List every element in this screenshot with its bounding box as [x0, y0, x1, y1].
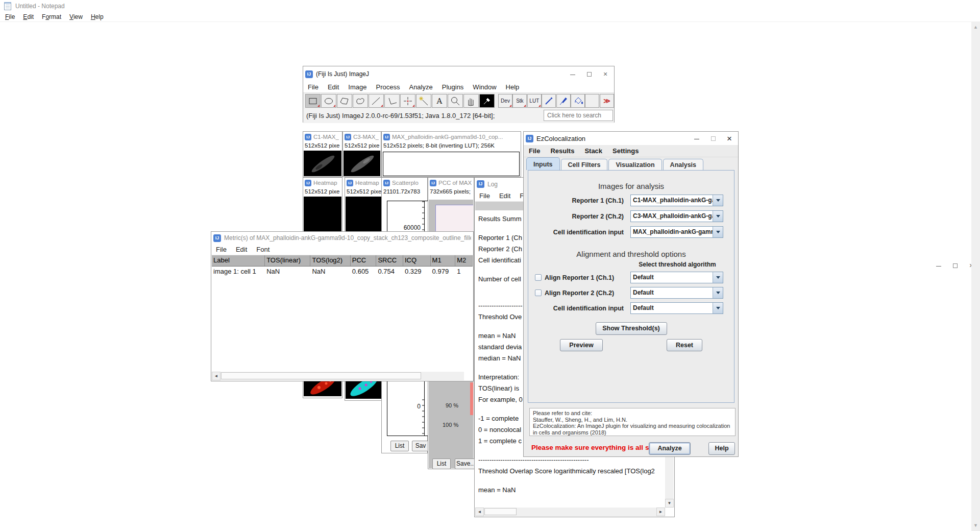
- menu-font[interactable]: Font: [252, 245, 274, 254]
- menu-format[interactable]: Format: [38, 13, 65, 21]
- c3-image-canvas[interactable]: [344, 151, 380, 176]
- menu-stack[interactable]: Stack: [579, 146, 607, 156]
- scroll-down-icon[interactable]: ▼: [971, 521, 980, 530]
- tool-oval-icon[interactable]: [321, 94, 336, 108]
- scroll-left-icon[interactable]: ◄: [475, 508, 484, 516]
- menu-edit[interactable]: Edit: [323, 82, 344, 92]
- cell-identification-select[interactable]: MAX_phalloidin-ankG-gamma: [630, 226, 723, 238]
- tool-rectangle-icon[interactable]: [305, 94, 321, 108]
- help-button[interactable]: Help: [708, 442, 735, 455]
- scatterplot-save-button[interactable]: Sav: [412, 441, 429, 451]
- align-reporter-1-checkbox[interactable]: [535, 274, 542, 281]
- max-titlebar[interactable]: IJ MAX_phalloidin-ankG-gamma9d-10_cop...: [382, 132, 521, 142]
- tool-color-picker-icon[interactable]: [479, 94, 495, 108]
- tool-stk-icon[interactable]: Stk: [512, 94, 527, 108]
- menu-file[interactable]: File: [475, 191, 495, 201]
- chevron-down-icon[interactable]: [713, 211, 723, 222]
- show-thresholds-button[interactable]: Show Threshold(s): [596, 322, 667, 335]
- menu-analyze[interactable]: Analyze: [404, 82, 437, 92]
- menu-window[interactable]: Window: [468, 82, 501, 92]
- scatterplot-list-button[interactable]: List: [390, 441, 409, 451]
- chevron-down-icon[interactable]: [713, 227, 723, 237]
- scrollbar-thumb[interactable]: [221, 372, 421, 379]
- c3-titlebar[interactable]: IJ C3-MAX_: [343, 132, 381, 142]
- tool-text-icon[interactable]: A: [432, 94, 447, 108]
- tool-angle-icon[interactable]: [384, 94, 400, 108]
- tool-more-icon[interactable]: ≫: [600, 94, 614, 108]
- tool-brush-icon[interactable]: [556, 94, 571, 108]
- pcc-save-button[interactable]: Save..: [455, 458, 475, 469]
- chevron-down-icon[interactable]: [713, 195, 723, 206]
- tool-pencil-icon[interactable]: [542, 94, 556, 108]
- cell-identification-threshold-select[interactable]: Default: [630, 302, 723, 314]
- tool-wand-icon[interactable]: [416, 94, 431, 108]
- menu-settings[interactable]: Settings: [607, 146, 644, 156]
- menu-edit[interactable]: Edit: [495, 191, 515, 201]
- metric-horizontal-scrollbar[interactable]: ◄: [212, 372, 464, 380]
- notepad-minimize-icon[interactable]: [935, 262, 942, 269]
- menu-image[interactable]: Image: [344, 82, 371, 92]
- menu-edit[interactable]: Edit: [231, 245, 252, 254]
- table-row[interactable]: image 1: cell 1NaNNaN0.6050.7540.3290.97…: [212, 267, 473, 278]
- analyze-button[interactable]: Analyze: [649, 442, 691, 455]
- fiji-minimize-icon[interactable]: [569, 70, 576, 78]
- pcc-titlebar[interactable]: IJ PCC of MAX: [428, 178, 474, 188]
- pcc-list-button[interactable]: List: [432, 458, 451, 469]
- chevron-down-icon[interactable]: [713, 272, 723, 283]
- chevron-down-icon[interactable]: [713, 287, 723, 298]
- search-input[interactable]: [544, 110, 613, 121]
- menu-file[interactable]: File: [211, 245, 231, 254]
- scrollbar-thumb[interactable]: [484, 508, 517, 515]
- scroll-up-icon[interactable]: ▲: [971, 23, 980, 32]
- tool-line-icon[interactable]: [369, 94, 384, 108]
- scroll-down-icon[interactable]: ▼: [665, 499, 674, 508]
- ezcoloc-minimize-icon[interactable]: [693, 135, 700, 142]
- ezcoloc-titlebar[interactable]: IJ EzColocalization ×: [524, 132, 738, 145]
- scroll-right-icon[interactable]: ►: [656, 508, 665, 516]
- align-reporter-2-checkbox[interactable]: [535, 289, 542, 296]
- tool-fill-icon[interactable]: [571, 94, 585, 108]
- heatmap2-titlebar[interactable]: IJ Heatmap: [345, 178, 382, 188]
- reporter-1-select[interactable]: C1-MAX_phalloidin-ankG-ga: [630, 195, 723, 206]
- metric-titlebar[interactable]: IJ Metric(s) of MAX_phalloidin-ankG-gamm…: [211, 232, 473, 244]
- notepad-restore-icon[interactable]: [951, 262, 959, 269]
- tool-lut-icon[interactable]: LUT: [527, 94, 542, 108]
- tool-point-icon[interactable]: [400, 94, 415, 108]
- chevron-down-icon[interactable]: [713, 303, 723, 313]
- reporter-2-select[interactable]: C3-MAX_phalloidin-ankG-ga: [630, 210, 723, 222]
- heatmap1-titlebar[interactable]: IJ Heatmap: [303, 178, 342, 188]
- tab-inputs[interactable]: Inputs: [526, 157, 560, 170]
- menu-help[interactable]: Help: [501, 82, 524, 92]
- menu-help[interactable]: Help: [87, 13, 108, 21]
- scroll-left-icon[interactable]: ◄: [212, 372, 220, 380]
- log-horizontal-scrollbar[interactable]: ◄ ►: [475, 508, 665, 516]
- align-reporter-1-select[interactable]: Default: [630, 272, 723, 283]
- menu-edit[interactable]: Edit: [19, 13, 38, 21]
- menu-file[interactable]: File: [1, 13, 19, 21]
- tool-hand-icon[interactable]: [463, 94, 479, 108]
- notepad-titlebar[interactable]: Untitled - Notepad ×: [0, 0, 980, 12]
- c1-image-canvas[interactable]: [304, 151, 341, 176]
- notepad-scrollbar[interactable]: ▲ ▼: [971, 22, 980, 531]
- tool-dev-icon[interactable]: Dev: [498, 94, 512, 108]
- menu-process[interactable]: Process: [372, 82, 405, 92]
- preview-button[interactable]: Preview: [560, 339, 603, 351]
- tool-spare-icon[interactable]: [585, 94, 599, 108]
- menu-results[interactable]: Results: [545, 146, 579, 156]
- fiji-titlebar[interactable]: IJ (Fiji Is Just) ImageJ ×: [303, 66, 614, 82]
- tool-zoom-icon[interactable]: [448, 94, 463, 108]
- tool-freehand-icon[interactable]: [353, 94, 368, 108]
- menu-file[interactable]: File: [524, 146, 545, 156]
- fiji-close-icon[interactable]: ×: [602, 70, 609, 78]
- tool-polygon-icon[interactable]: [337, 94, 352, 108]
- align-reporter-2-select[interactable]: Default: [630, 287, 723, 299]
- fiji-maximize-icon[interactable]: [585, 70, 593, 78]
- ezcoloc-close-icon[interactable]: ×: [726, 134, 733, 143]
- max-image-canvas[interactable]: [383, 152, 520, 176]
- ezcoloc-maximize-icon[interactable]: [709, 135, 717, 142]
- menu-file[interactable]: File: [303, 82, 323, 92]
- scatterplot-titlebar[interactable]: IJ Scatterplo: [382, 178, 427, 188]
- reset-button[interactable]: Reset: [667, 339, 702, 351]
- menu-view[interactable]: View: [65, 13, 87, 21]
- menu-plugins[interactable]: Plugins: [437, 82, 469, 92]
